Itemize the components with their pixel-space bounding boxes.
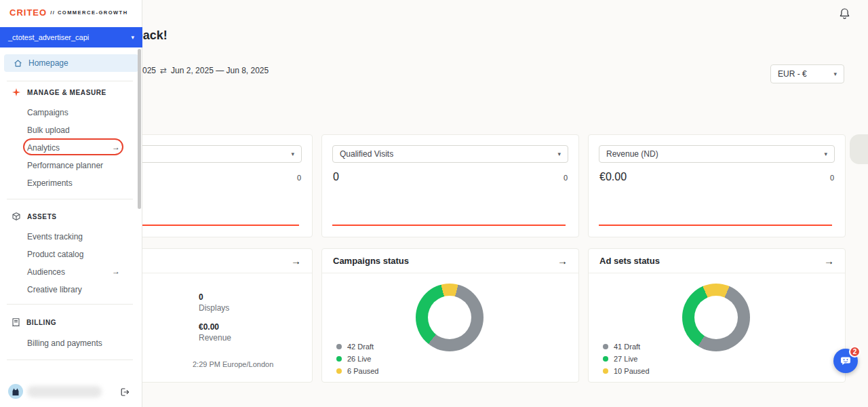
legend-label: 6 Paused <box>347 367 378 375</box>
home-icon <box>14 59 22 68</box>
chevron-down-icon: ▾ <box>833 71 837 77</box>
arrow-right-icon[interactable]: → <box>291 256 301 266</box>
notifications-button[interactable] <box>837 6 852 21</box>
criteo-brand: CRITEO <box>9 7 47 18</box>
kpi-secondary-value: 0 <box>564 174 568 182</box>
currency-value: EUR - € <box>778 69 807 79</box>
legend-item: 27 Live <box>603 355 650 363</box>
sidebar-item-homepage[interactable]: Homepage <box>4 54 138 72</box>
stat-value: €0.00 <box>199 322 219 332</box>
sidebar-item-creative-library[interactable]: Creative library <box>27 285 82 294</box>
donut-chart <box>682 284 750 351</box>
chevron-down-icon: ▾ <box>291 151 294 157</box>
donut-chart <box>416 284 484 351</box>
legend-dot <box>336 344 342 349</box>
divider <box>7 81 133 81</box>
section-manage-measure: MANAGE & MEASURE <box>12 88 106 96</box>
arrow-right-icon[interactable]: → <box>557 256 568 266</box>
legend-dot <box>603 356 608 362</box>
arrow-right-icon[interactable]: → <box>824 256 834 266</box>
legend-dot <box>603 344 608 349</box>
section-title: MANAGE & MEASURE <box>27 89 106 96</box>
compare-arrows-icon: ⇄ <box>160 66 167 75</box>
kpi-card: Qualified Visits ▾ 0 0 <box>321 134 579 237</box>
section-assets: ASSETS <box>12 212 57 220</box>
legend-label: 27 Live <box>614 355 637 363</box>
metric-selector-value: Revenue (ND) <box>606 149 658 159</box>
sidebar-item-audiences[interactable]: Audiences <box>27 267 65 277</box>
chevron-down-icon: ▾ <box>824 151 827 157</box>
kpi-sparkline <box>332 225 566 226</box>
logout-icon[interactable] <box>119 387 130 398</box>
date-range-prefix: 025 <box>142 66 156 75</box>
legend-item: 26 Live <box>336 355 378 363</box>
kpi-card: Revenue (ND) ▾ €0.00 0 <box>588 134 846 237</box>
adsets-status-card: Ad sets status → 41 Draft 27 Live 10 Pau… <box>588 248 846 383</box>
divider <box>7 304 133 305</box>
legend-label: 10 Paused <box>614 367 650 375</box>
sidebar-item-performance-planner[interactable]: Performance planner <box>27 161 103 170</box>
notification-badge: 2 <box>849 346 861 357</box>
section-title: ASSETS <box>27 213 57 220</box>
chevron-down-icon: ▾ <box>131 34 134 41</box>
legend-item: 42 Draft <box>336 343 378 351</box>
currency-selector[interactable]: EUR - € ▾ <box>770 64 844 83</box>
page-scrollbar-thumb[interactable] <box>850 134 868 164</box>
arrow-right-icon: → <box>112 267 120 276</box>
legend-item: 41 Draft <box>603 343 650 351</box>
card-title: Ad sets status <box>599 256 660 266</box>
date-range-picker[interactable]: 025 ⇄ Jun 2, 2025 — Jun 8, 2025 <box>142 66 269 75</box>
advertiser-selector[interactable]: _ctotest_advertiser_capi ▾ <box>0 27 142 47</box>
stat-label: Displays <box>199 303 229 313</box>
donut-hole <box>428 296 471 339</box>
sidebar-item-label: Homepage <box>28 58 68 68</box>
section-title: BILLING <box>26 319 56 326</box>
sidebar-item-campaigns[interactable]: Campaigns <box>27 108 68 117</box>
criteo-logo: CRITEO // COMMERCE-GROWTH <box>9 7 128 18</box>
sidebar-item-analytics[interactable]: Analytics <box>27 143 60 153</box>
kpi-value: 0 <box>333 171 339 183</box>
user-avatar[interactable] <box>8 384 23 399</box>
arrow-right-icon: → <box>112 142 120 152</box>
billing-icon <box>12 318 20 327</box>
spark-icon <box>12 88 20 96</box>
card-title: Campaigns status <box>333 256 409 266</box>
kpi-value: €0.00 <box>599 171 627 183</box>
sidebar: CRITEO // COMMERCE-GROWTH _ctotest_adver… <box>0 0 142 407</box>
last-update-timestamp: 2:29 PM Europe/London <box>193 360 273 368</box>
bell-icon <box>839 7 850 20</box>
product-name: // COMMERCE-GROWTH <box>50 9 128 16</box>
campaigns-status-card: Campaigns status → 42 Draft 26 Live 6 Pa… <box>321 248 579 383</box>
cat-avatar-icon <box>11 387 20 396</box>
donut-hole <box>694 296 738 339</box>
kpi-sparkline <box>599 225 832 226</box>
user-name-redacted <box>27 386 102 398</box>
divider <box>7 199 133 199</box>
section-billing: BILLING <box>12 318 56 327</box>
sidebar-item-experiments[interactable]: Experiments <box>27 178 73 188</box>
sidebar-item-billing-and-payments[interactable]: Billing and payments <box>27 338 102 348</box>
kpi-secondary-value: 0 <box>830 174 834 182</box>
metric-selector-value: Qualified Visits <box>340 149 393 159</box>
chart-legend: 42 Draft 26 Live 6 Paused <box>336 343 378 375</box>
chevron-down-icon: ▾ <box>557 151 561 157</box>
kpi-secondary-value: 0 <box>297 174 301 182</box>
metric-selector[interactable]: Qualified Visits ▾ <box>332 145 568 163</box>
stat-value: 0 <box>199 292 203 302</box>
legend-label: 41 Draft <box>614 343 640 351</box>
chat-button[interactable]: 2 <box>833 349 858 373</box>
sidebar-item-bulk-upload[interactable]: Bulk upload <box>27 125 70 135</box>
date-range-value: Jun 2, 2025 — Jun 8, 2025 <box>171 66 269 75</box>
sidebar-item-events-tracking[interactable]: Events tracking <box>27 232 83 241</box>
legend-item: 6 Paused <box>336 367 378 375</box>
legend-label: 26 Live <box>347 355 371 363</box>
legend-label: 42 Draft <box>347 343 374 351</box>
stat-label: Revenue <box>199 333 231 343</box>
chat-icon <box>840 355 852 367</box>
sidebar-item-product-catalog[interactable]: Product catalog <box>27 250 83 259</box>
sidebar-scrollbar-thumb[interactable] <box>138 49 141 209</box>
chart-legend: 41 Draft 27 Live 10 Paused <box>603 343 650 375</box>
legend-dot <box>336 368 342 374</box>
assets-icon <box>12 212 20 220</box>
metric-selector[interactable]: Revenue (ND) ▾ <box>599 145 835 163</box>
